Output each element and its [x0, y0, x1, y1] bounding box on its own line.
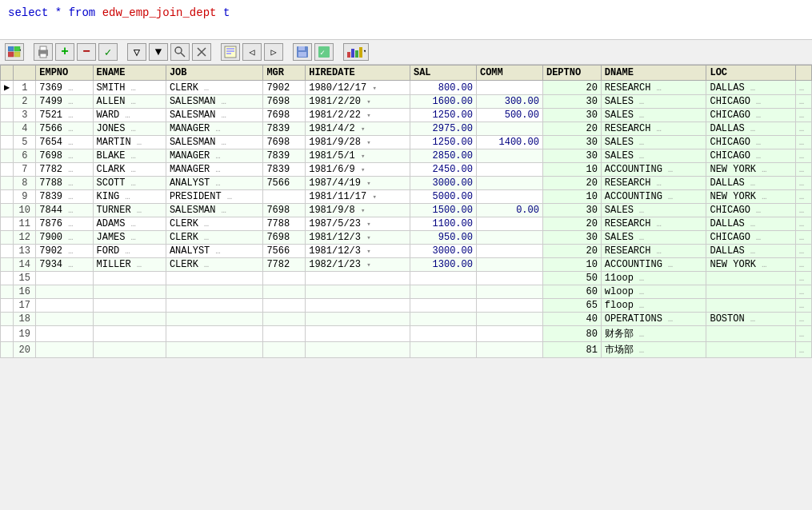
cell-job[interactable]: PRESIDENT … [166, 190, 263, 204]
cell-sal[interactable] [410, 299, 476, 313]
cell-loc[interactable]: DALLAS … [706, 217, 796, 231]
cell-hiredate[interactable]: 1981/9/28 ▾ [306, 136, 410, 149]
cell-sal[interactable]: 1250.00 [410, 109, 476, 122]
cell-mgr[interactable]: 7839 [263, 149, 306, 163]
cell-loc[interactable]: NEW YORK … [706, 190, 796, 204]
table-row[interactable]: 147934 …MILLER …CLERK …77821982/1/23 ▾13… [1, 258, 812, 272]
export-button[interactable] [221, 43, 240, 61]
cell-sal[interactable]: 1250.00 [410, 136, 476, 149]
cell-job[interactable] [166, 285, 263, 299]
cell-sal[interactable] [410, 313, 476, 326]
filter-desc-button[interactable]: ▼ [149, 43, 168, 61]
cell-sal[interactable]: 3000.00 [410, 245, 476, 258]
cell-deptno[interactable]: 50 [542, 272, 601, 285]
col-deptno[interactable]: DEPTNO [542, 66, 601, 81]
table-row[interactable]: 1980财务部 …… [1, 326, 812, 342]
cell-hiredate[interactable]: 1981/12/3 ▾ [306, 245, 410, 258]
cell-empno[interactable]: 7521 … [36, 109, 93, 122]
cell-comm[interactable] [476, 245, 542, 258]
cell-ename[interactable]: CLARK … [93, 163, 166, 177]
cell-ename[interactable]: BLAKE … [93, 149, 166, 163]
cell-dname[interactable]: RESEARCH … [601, 245, 706, 258]
cell-comm[interactable] [476, 258, 542, 272]
cell-job[interactable] [166, 342, 263, 358]
cell-sal[interactable]: 1600.00 [410, 95, 476, 109]
table-row[interactable]: 117876 …ADAMS …CLERK …77881987/5/23 ▾110… [1, 217, 812, 231]
cell-comm[interactable]: 0.00 [476, 204, 542, 217]
cell-sal[interactable]: 1100.00 [410, 217, 476, 231]
cell-loc[interactable] [706, 342, 796, 358]
col-ename[interactable]: ENAME [93, 66, 166, 81]
cell-job[interactable]: CLERK … [166, 231, 263, 245]
col-comm[interactable]: COMM [476, 66, 542, 81]
cell-dname[interactable]: RESEARCH … [601, 122, 706, 136]
col-job[interactable]: JOB [166, 66, 263, 81]
table-row[interactable]: 27499 …ALLEN …SALESMAN …76981981/2/20 ▾1… [1, 95, 812, 109]
cell-mgr[interactable] [263, 190, 306, 204]
table-row[interactable]: 37521 …WARD …SALESMAN …76981981/2/22 ▾12… [1, 109, 812, 122]
cell-empno[interactable]: 7782 … [36, 163, 93, 177]
cell-comm[interactable]: 300.00 [476, 95, 542, 109]
table-row[interactable]: 1765floop …… [1, 299, 812, 313]
cell-mgr[interactable]: 7782 [263, 258, 306, 272]
cell-dname[interactable]: RESEARCH … [601, 177, 706, 190]
cell-job[interactable]: CLERK … [166, 258, 263, 272]
cell-empno[interactable]: 7900 … [36, 231, 93, 245]
cell-sal[interactable]: 2975.00 [410, 122, 476, 136]
cell-job[interactable] [166, 272, 263, 285]
cell-loc[interactable] [706, 299, 796, 313]
cell-loc[interactable] [706, 272, 796, 285]
cell-hiredate[interactable] [306, 272, 410, 285]
cell-deptno[interactable]: 81 [542, 342, 601, 358]
cell-comm[interactable] [476, 285, 542, 299]
table-row[interactable]: 67698 …BLAKE …MANAGER …78391981/5/1 ▾285… [1, 149, 812, 163]
cell-ename[interactable]: JAMES … [93, 231, 166, 245]
cell-mgr[interactable] [263, 342, 306, 358]
cell-comm[interactable] [476, 190, 542, 204]
cell-deptno[interactable]: 20 [542, 122, 601, 136]
cell-job[interactable]: SALESMAN … [166, 109, 263, 122]
cell-ename[interactable] [93, 326, 166, 342]
cell-empno[interactable] [36, 285, 93, 299]
cell-job[interactable]: SALESMAN … [166, 95, 263, 109]
cell-deptno[interactable]: 30 [542, 149, 601, 163]
cell-comm[interactable]: 1400.00 [476, 136, 542, 149]
cell-empno[interactable]: 7902 … [36, 245, 93, 258]
cell-loc[interactable]: NEW YORK … [706, 258, 796, 272]
cell-comm[interactable] [476, 272, 542, 285]
cell-empno[interactable]: 7788 … [36, 177, 93, 190]
cell-hiredate[interactable]: 1981/9/8 ▾ [306, 204, 410, 217]
cell-mgr[interactable]: 7698 [263, 231, 306, 245]
cell-hiredate[interactable]: 1981/5/1 ▾ [306, 149, 410, 163]
cell-loc[interactable]: DALLAS … [706, 177, 796, 190]
cell-deptno[interactable]: 30 [542, 136, 601, 149]
cell-job[interactable]: ANALYST … [166, 245, 263, 258]
cell-dname[interactable]: ACCOUNTING … [601, 190, 706, 204]
cell-comm[interactable] [476, 326, 542, 342]
cell-comm[interactable] [476, 149, 542, 163]
cell-hiredate[interactable]: 1980/12/17 ▾ [306, 81, 410, 95]
cell-job[interactable]: CLERK … [166, 81, 263, 95]
col-empno[interactable]: EMPNO [36, 66, 93, 81]
cell-sal[interactable] [410, 272, 476, 285]
cell-loc[interactable]: CHICAGO … [706, 95, 796, 109]
cell-dname[interactable]: RESEARCH … [601, 81, 706, 95]
cell-hiredate[interactable]: 1981/4/2 ▾ [306, 122, 410, 136]
cell-dname[interactable]: OPERATIONS … [601, 313, 706, 326]
cell-dname[interactable]: SALES … [601, 136, 706, 149]
cell-hiredate[interactable]: 1987/5/23 ▾ [306, 217, 410, 231]
cell-dname[interactable]: RESEARCH … [601, 217, 706, 231]
cell-sal[interactable] [410, 326, 476, 342]
cell-hiredate[interactable]: 1981/12/3 ▾ [306, 231, 410, 245]
cell-hiredate[interactable]: 1981/6/9 ▾ [306, 163, 410, 177]
cell-mgr[interactable] [263, 285, 306, 299]
cell-comm[interactable] [476, 163, 542, 177]
cell-hiredate[interactable] [306, 342, 410, 358]
cell-deptno[interactable]: 30 [542, 204, 601, 217]
cell-loc[interactable]: CHICAGO … [706, 204, 796, 217]
cell-loc[interactable]: DALLAS … [706, 245, 796, 258]
table-row[interactable]: 87788 …SCOTT …ANALYST …75661987/4/19 ▾30… [1, 177, 812, 190]
cell-job[interactable]: ANALYST … [166, 177, 263, 190]
cell-mgr[interactable] [263, 313, 306, 326]
cell-deptno[interactable]: 60 [542, 285, 601, 299]
